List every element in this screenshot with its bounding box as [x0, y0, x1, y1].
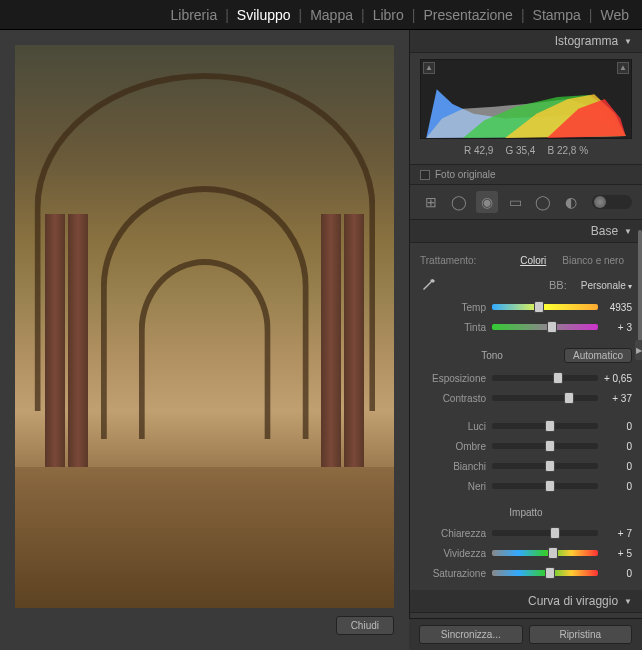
nav-sviluppo[interactable]: Sviluppo: [232, 7, 296, 23]
clarity-slider[interactable]: [492, 530, 598, 536]
panel-expand-icon[interactable]: ▶: [635, 340, 642, 360]
shadows-slider[interactable]: [492, 443, 598, 449]
close-button[interactable]: Chiudi: [336, 616, 394, 635]
histogram[interactable]: ▲ ▲: [420, 59, 632, 139]
contrast-slider[interactable]: [492, 395, 598, 401]
reset-button[interactable]: Ripristina: [529, 625, 633, 644]
whites-slider[interactable]: [492, 463, 598, 469]
checkbox-icon: [420, 170, 430, 180]
vibrance-slider[interactable]: [492, 550, 598, 556]
treatment-row: Trattamento: Colori Bianco e nero: [420, 249, 632, 272]
nav-libro[interactable]: Libro: [368, 7, 409, 23]
base-header[interactable]: Base▼: [410, 220, 642, 243]
nav-presentazione[interactable]: Presentazione: [418, 7, 518, 23]
treatment-bw[interactable]: Bianco e nero: [554, 253, 632, 268]
temp-slider[interactable]: [492, 304, 598, 310]
auto-tone-button[interactable]: Automatico: [564, 348, 632, 363]
saturation-slider[interactable]: [492, 570, 598, 576]
tool-strip: ⊞ ◯ ◉ ▭ ◯ ◐: [410, 185, 642, 220]
spot-tool-icon[interactable]: ◯: [448, 191, 470, 213]
tone-curve-header[interactable]: Curva di viraggio▼: [410, 590, 642, 613]
nav-mappa[interactable]: Mappa: [305, 7, 358, 23]
wb-dropdown[interactable]: Personale: [581, 280, 632, 291]
exposure-slider[interactable]: [492, 375, 598, 381]
preview-pane: Chiudi: [0, 30, 409, 650]
radial-tool-icon[interactable]: ◯: [532, 191, 554, 213]
brush-tool-icon[interactable]: ◐: [560, 191, 582, 213]
nav-stampa[interactable]: Stampa: [528, 7, 586, 23]
tool-slider[interactable]: [592, 195, 632, 209]
crop-tool-icon[interactable]: ⊞: [420, 191, 442, 213]
sync-button[interactable]: Sincronizza...: [419, 625, 523, 644]
develop-panel: Istogramma▼ ▲ ▲ R 42,9 G 35,4 B 22,8 %: [409, 30, 642, 650]
highlights-slider[interactable]: [492, 423, 598, 429]
blacks-slider[interactable]: [492, 483, 598, 489]
module-nav: Libreria| Sviluppo| Mappa| Libro| Presen…: [0, 0, 642, 30]
nav-libreria[interactable]: Libreria: [165, 7, 222, 23]
original-photo-toggle[interactable]: Foto originale: [410, 164, 642, 185]
histogram-header[interactable]: Istogramma▼: [410, 30, 642, 53]
gradient-tool-icon[interactable]: ▭: [504, 191, 526, 213]
panel-footer: Sincronizza... Ripristina: [409, 618, 642, 650]
nav-web[interactable]: Web: [595, 7, 634, 23]
photo-preview[interactable]: [15, 45, 394, 608]
treatment-color[interactable]: Colori: [512, 253, 554, 268]
redeye-tool-icon[interactable]: ◉: [476, 191, 498, 213]
scrollbar[interactable]: [638, 230, 642, 350]
tint-slider[interactable]: [492, 324, 598, 330]
eyedropper-icon[interactable]: [420, 276, 438, 294]
histogram-readout: R 42,9 G 35,4 B 22,8 %: [420, 143, 632, 158]
